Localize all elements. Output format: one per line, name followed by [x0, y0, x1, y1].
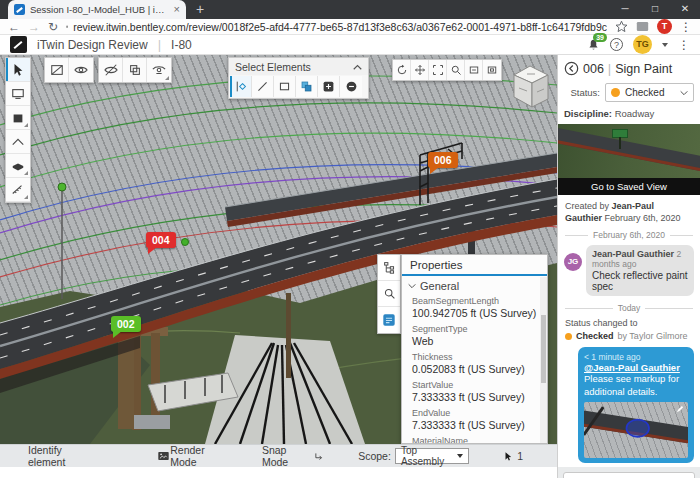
properties-scrollbar[interactable]: [540, 277, 547, 443]
issue-marker-004[interactable]: 004: [146, 232, 176, 248]
next-view-icon: [488, 67, 496, 73]
surface-tool-button[interactable]: [6, 130, 30, 154]
user-avatar[interactable]: TG: [633, 35, 652, 54]
status-change-entry: Status changed to Checked by Taylor Gilm…: [558, 315, 700, 344]
section-tool-button[interactable]: [45, 58, 69, 82]
pan-icon: [415, 66, 424, 75]
search-icon: [385, 289, 392, 296]
bookmark-star-icon[interactable]: [615, 20, 628, 33]
tab-close-icon[interactable]: ×: [174, 4, 180, 15]
zoom-window-button[interactable]: [447, 60, 465, 80]
app-header: iTwin Design Review | I-80 39 ? TG ⋮: [0, 35, 700, 55]
render-mode-indicator[interactable]: Render Mode: [170, 444, 228, 468]
browser-profile-avatar[interactable]: T: [657, 19, 672, 34]
status-select[interactable]: Checked: [605, 83, 694, 102]
today-divider: Today: [558, 299, 700, 315]
emphasize-elements-button[interactable]: [147, 58, 171, 82]
fit-view-icon: [433, 66, 442, 75]
scope-label: Scope:: [358, 450, 391, 462]
mention-link[interactable]: @Jean-Paul Gauthier: [584, 362, 680, 373]
tab-title: Session I-80_I-Model_HUB | iTwi: [30, 4, 169, 15]
pick-select-button[interactable]: [230, 76, 252, 97]
go-to-saved-view-button[interactable]: Go to Saved View: [558, 178, 700, 195]
properties-title[interactable]: Properties: [402, 255, 547, 276]
selection-count: 1: [503, 450, 523, 462]
monitor-icon: [13, 89, 24, 96]
properties-section-general[interactable]: General: [402, 276, 547, 294]
maximize-icon[interactable]: □: [640, 0, 670, 20]
marker-label: 002: [117, 318, 135, 330]
new-tab-button[interactable]: +: [196, 4, 204, 15]
user-menu-caret-icon[interactable]: [662, 43, 668, 47]
model-tree-tab[interactable]: [378, 255, 400, 281]
hide-elements-button[interactable]: [99, 58, 123, 82]
snap-mode-icon: [314, 451, 324, 462]
help-icon[interactable]: ?: [610, 38, 623, 51]
minimize-icon[interactable]: ─: [610, 0, 640, 20]
replace-selection-button[interactable]: [296, 76, 318, 97]
slab-tool-button[interactable]: [6, 154, 30, 178]
notifications-button[interactable]: 39: [587, 38, 600, 52]
orbit-button[interactable]: [393, 60, 411, 80]
reload-icon[interactable]: ↻: [48, 21, 58, 33]
app-menu-icon[interactable]: ⋮: [678, 38, 690, 52]
line-select-button[interactable]: [252, 76, 274, 97]
property-field: BeamSegmentLength100.942705 ft (US Surve…: [402, 294, 547, 322]
scrollbar-thumb[interactable]: [541, 315, 546, 383]
project-name[interactable]: I-80: [171, 38, 577, 52]
section-toolbar: [44, 57, 94, 83]
lock-icon: [66, 21, 68, 32]
chevron-down-icon: [680, 90, 688, 96]
marker-label: 006: [434, 154, 452, 166]
pan-button[interactable]: [411, 60, 429, 80]
itwin-logo-icon[interactable]: [10, 36, 27, 53]
view-tools-toolbar: [5, 57, 31, 203]
tool-prompt: Identify element: [28, 444, 95, 468]
markup-image[interactable]: [584, 402, 688, 458]
issue-marker-006[interactable]: 006: [428, 152, 458, 168]
next-view-button[interactable]: [483, 60, 501, 80]
browser-menu-icon[interactable]: ⋮: [680, 20, 692, 34]
snapshot-icon: [159, 452, 169, 460]
scope-caret-icon: [457, 454, 463, 458]
address-bar[interactable]: review.itwin.bentley.com/review/0018f2e5…: [66, 21, 607, 33]
window-controls: ─ □ ✕: [610, 0, 700, 20]
add-selection-button[interactable]: [318, 76, 340, 97]
previous-view-button[interactable]: [465, 60, 483, 80]
saved-view-image[interactable]: [558, 124, 700, 178]
box-select-button[interactable]: [274, 76, 296, 97]
browser-tab[interactable]: Session I-80_I-Model_HUB | iTwi ×: [8, 0, 186, 19]
back-icon[interactable]: ←: [8, 21, 20, 33]
properties-widget: Properties General BeamSegmentLength100.…: [377, 254, 548, 444]
browser-window: Session I-80_I-Model_HUB | iTwi × + ─ □ …: [0, 0, 700, 478]
solid-tool-button[interactable]: [6, 106, 30, 130]
display-tool-button[interactable]: [6, 82, 30, 106]
snapshot-button[interactable]: [157, 450, 170, 462]
browser-extension-icon[interactable]: [636, 21, 649, 32]
browser-tab-strip: Session I-80_I-Model_HUB | iTwi × + ─ □ …: [0, 0, 700, 19]
measure-tool-button[interactable]: [6, 178, 30, 202]
close-icon[interactable]: ✕: [670, 0, 700, 20]
snap-mode-indicator[interactable]: Snap Mode: [262, 444, 324, 468]
collapse-chevron-icon[interactable]: [353, 64, 362, 70]
show-elements-button[interactable]: [69, 58, 93, 82]
properties-panel: Properties General BeamSegmentLength100.…: [401, 254, 548, 444]
model-viewport[interactable]: Select Elements: [0, 55, 557, 444]
pen-icon: [675, 404, 685, 414]
cube-icon: [14, 114, 23, 122]
header-divider: |: [158, 37, 161, 52]
select-tool-button[interactable]: [6, 58, 30, 82]
view-cube[interactable]: [506, 61, 554, 113]
remove-selection-button[interactable]: [340, 76, 362, 97]
select-elements-toolbar: Select Elements: [228, 57, 369, 99]
back-icon[interactable]: [564, 61, 579, 76]
fit-view-button[interactable]: [429, 60, 447, 80]
isolate-elements-button[interactable]: [123, 58, 147, 82]
property-field: EndValue7.333333 ft (US Survey): [402, 406, 547, 434]
search-tab[interactable]: [378, 281, 400, 307]
scope-select[interactable]: Top Assembly: [395, 448, 469, 464]
properties-tab[interactable]: [378, 307, 400, 333]
issue-marker-002[interactable]: 002: [111, 316, 141, 332]
property-field: SegmentTypeWeb: [402, 322, 547, 350]
forward-icon[interactable]: →: [28, 21, 40, 33]
